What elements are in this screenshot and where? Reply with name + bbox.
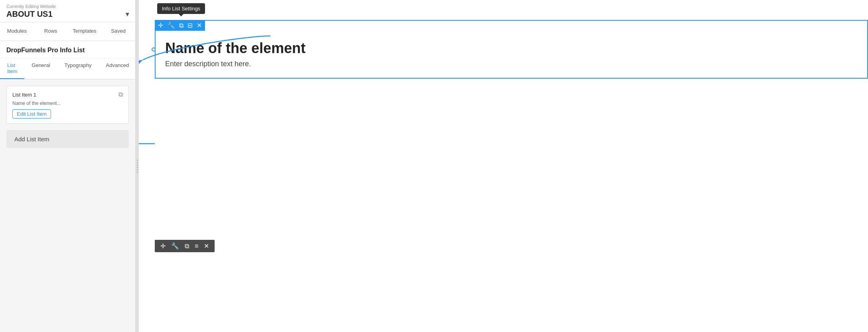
edit-list-item-button[interactable]: Edit List Item (12, 109, 51, 119)
drag-dot-4 (137, 167, 138, 168)
panel-resize-handle[interactable] (136, 0, 139, 332)
bottom-close-icon[interactable]: ✕ (204, 242, 209, 250)
panel-content: List Item 1 ⧉ Name of the element... Edi… (0, 79, 135, 332)
drag-dot-2 (137, 162, 138, 163)
panel-header: Currently Editing Website ABOUT US1 ▾ (0, 0, 135, 22)
tab-modules[interactable]: Modules (0, 22, 34, 41)
bottom-wrench-icon[interactable]: 🔧 (171, 242, 179, 250)
canvas-area: Info List Settings ✛ 🔧 ⧉ ⊟ ✕ Name of the… (139, 0, 868, 332)
add-list-item-button[interactable]: Add List Item (6, 130, 129, 148)
move-icon[interactable]: ✛ (158, 22, 163, 29)
page-title-chevron[interactable]: ▾ (126, 10, 129, 18)
sub-tab-typography[interactable]: Typography (57, 58, 99, 79)
bottom-move-icon[interactable]: ✛ (160, 242, 166, 250)
list-item-card: List Item 1 ⧉ Name of the element... Edi… (6, 86, 129, 124)
tab-saved[interactable]: Saved (101, 22, 135, 41)
close-toolbar-icon[interactable]: ✕ (197, 22, 202, 29)
copy-icon[interactable]: ⧉ (118, 91, 123, 98)
bottom-copy-icon[interactable]: ⧉ (185, 243, 189, 250)
left-panel: Currently Editing Website ABOUT US1 ▾ Mo… (0, 0, 136, 332)
arrow-edit-to-button (139, 132, 171, 156)
nav-tabs: Modules Rows Templates Saved (0, 22, 135, 41)
wrench-icon[interactable]: 🔧 (167, 22, 175, 29)
copy-toolbar-icon[interactable]: ⧉ (179, 22, 183, 29)
item-title: List Item 1 (12, 92, 36, 98)
element-blue-toolbar: ✛ 🔧 ⧉ ⊟ ✕ (155, 20, 205, 31)
item-header: List Item 1 ⧉ (12, 91, 123, 98)
element-desc-text: Enter description text here. (165, 60, 858, 68)
sub-tabs: List Item General Typography Advanced (0, 58, 135, 79)
drag-dot-6 (137, 172, 138, 173)
columns-icon[interactable]: ⊟ (187, 22, 193, 29)
drag-dot-1 (137, 160, 138, 161)
bottom-menu-icon[interactable]: ≡ (195, 243, 198, 250)
page-title-text: ABOUT US1 (6, 10, 53, 19)
sub-tab-list-item[interactable]: List Item (0, 58, 24, 79)
drag-dot-5 (137, 169, 138, 170)
sub-tab-general[interactable]: General (24, 58, 57, 79)
element-name-text: Name of the element (165, 40, 858, 57)
tab-rows[interactable]: Rows (34, 22, 68, 41)
element-circle-handle (152, 47, 156, 51)
page-title-row: ABOUT US1 ▾ (6, 10, 129, 19)
tab-templates[interactable]: Templates (68, 22, 102, 41)
item-description: Name of the element... (12, 101, 123, 106)
bottom-dark-toolbar: ✛ 🔧 ⧉ ≡ ✕ (155, 240, 215, 252)
selected-element: ✛ 🔧 ⧉ ⊟ ✕ Name of the element Enter desc… (155, 20, 868, 79)
module-name: DropFunnels Pro Info List (0, 41, 135, 58)
currently-editing-label: Currently Editing Website (6, 4, 129, 9)
drag-dot-3 (137, 164, 138, 166)
info-list-settings-tooltip: Info List Settings (157, 3, 205, 14)
sub-tab-advanced[interactable]: Advanced (99, 58, 136, 79)
